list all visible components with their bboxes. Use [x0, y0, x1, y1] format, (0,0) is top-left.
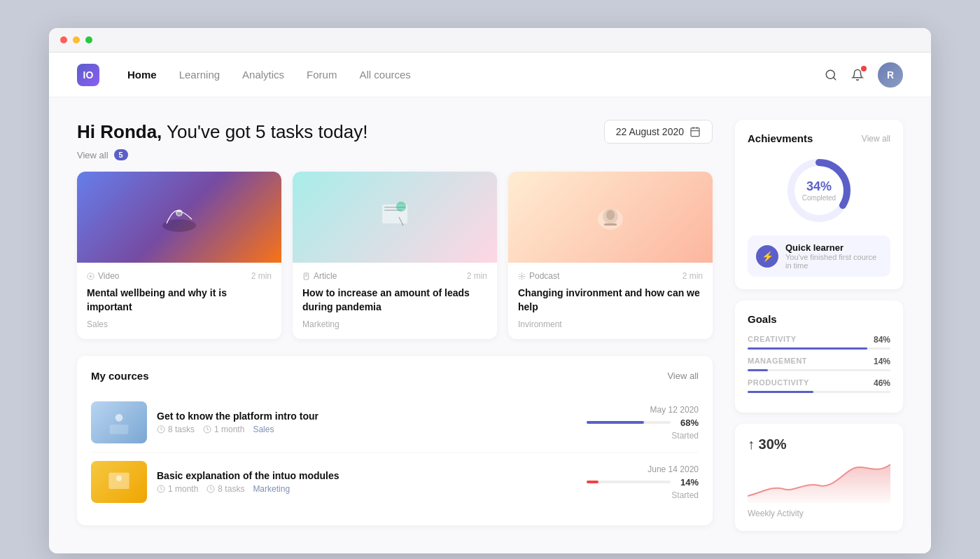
svg-marker-9 [90, 275, 92, 277]
donut-pct: 34% [802, 179, 836, 194]
view-all-link[interactable]: View all [77, 150, 108, 160]
svg-rect-24 [110, 425, 129, 434]
main-content: Hi Ronda, You've got 5 tasks today! 22 A… [49, 97, 931, 553]
cards-grid: Video 2 min Mental wellbeing and why it … [77, 172, 713, 339]
notification-button[interactable] [851, 69, 864, 81]
donut-chart: 34% Completed [784, 156, 854, 226]
goal-creativity-bar-fill [748, 347, 867, 350]
card-2-tag: Marketing [302, 319, 487, 329]
course-2-date: June 14 2020 [587, 464, 699, 474]
badge-description: You've finished first cource in time [785, 253, 882, 270]
goal-productivity-pct: 46% [874, 378, 890, 388]
course-item-2[interactable]: Basic explanation of the intuo modules 1… [91, 453, 699, 511]
goal-management-pct: 14% [874, 357, 890, 366]
course-2-progress-bg [587, 481, 671, 483]
course-thumb-2 [91, 461, 147, 503]
nav-all-courses[interactable]: All cources [359, 66, 410, 83]
activity-section: ↑ 30% Weekly Activity [735, 424, 903, 531]
course-1-status: Started [587, 431, 699, 441]
right-panel: Achievments View all 34% Completed [735, 120, 903, 531]
svg-rect-2 [691, 128, 699, 137]
goal-creativity: CREATIVITY 84% [748, 335, 890, 350]
goal-management-bar-bg [748, 369, 890, 371]
nav-learning[interactable]: Learning [179, 66, 220, 83]
search-button[interactable] [825, 69, 837, 81]
dot-yellow[interactable] [73, 36, 80, 43]
card-3-body: Podcast 2 min Changing invironment and h… [508, 263, 713, 339]
course-2-pct: 14% [676, 477, 699, 488]
navbar: IO Home Learning Analytics Forum All cou… [49, 53, 931, 97]
card-1-time: 2 min [251, 271, 272, 281]
browser-chrome [49, 28, 931, 53]
nav-actions: R [825, 62, 903, 88]
course-1-duration: 1 month [203, 425, 244, 434]
goal-management-name: MANAGEMENT [748, 357, 807, 366]
ach-view-all[interactable]: View all [862, 134, 890, 144]
course-1-progress-row: 68% [587, 417, 699, 428]
logo[interactable]: IO [77, 64, 99, 86]
course-2-tasks: 1 month [157, 484, 198, 494]
goal-productivity: PRODUCTIVITY 46% [748, 378, 890, 393]
course-item-1[interactable]: Get to know the platform intro tour 8 ta… [91, 393, 699, 453]
card-3-title: Changing invironment and how can we help [518, 287, 703, 314]
goal-productivity-bar-fill [748, 391, 813, 393]
goal-productivity-header: PRODUCTIVITY 46% [748, 378, 890, 388]
svg-point-20 [606, 210, 615, 220]
goal-productivity-bar-bg [748, 391, 890, 393]
courses-section-header: My cources View all [91, 370, 699, 382]
course-2-progress-col: June 14 2020 14% Started [587, 464, 699, 500]
card-2-image [293, 172, 497, 263]
date-badge[interactable]: 22 August 2020 [604, 120, 713, 144]
activity-chart [748, 461, 890, 503]
content-left: Hi Ronda, You've got 5 tasks today! 22 A… [77, 120, 713, 531]
card-3-tag: Invironment [518, 319, 703, 329]
course-2-info: Basic explanation of the intuo modules 1… [157, 470, 577, 494]
nav-analytics[interactable]: Analytics [242, 66, 284, 83]
goals-section: Goals CREATIVITY 84% MANAGEMENT 14% [735, 301, 903, 413]
task-count-badge: 5 [114, 149, 128, 160]
courses-view-all[interactable]: View all [667, 371, 699, 381]
card-3-type: Podcast [518, 271, 559, 281]
nav-home[interactable]: Home [127, 66, 157, 83]
nav-forum[interactable]: Forum [307, 66, 337, 83]
goal-creativity-bar-bg [748, 347, 890, 350]
card-1-type: Video [87, 271, 119, 281]
badge-name: Quick learner [785, 242, 882, 253]
card-1-image [77, 172, 281, 263]
course-2-meta: 1 month 8 tasks Marketing [157, 484, 577, 494]
course-2-progress-fill [587, 481, 598, 483]
card-3-image [508, 172, 713, 263]
donut-container: 34% Completed [748, 156, 890, 226]
user-avatar[interactable]: R [878, 62, 903, 88]
svg-rect-21 [604, 223, 617, 226]
my-courses-section: My cources View all Get to know the plat… [77, 356, 713, 525]
course-1-progress-bg [587, 421, 671, 424]
notification-badge [861, 66, 867, 71]
card-1-title: Mental wellbeing and why it is important [87, 287, 272, 314]
svg-point-23 [115, 414, 123, 422]
card-2-type: Article [302, 271, 337, 281]
course-2-name: Basic explanation of the intuo modules [157, 470, 577, 481]
course-1-tag: Sales [253, 425, 274, 434]
badge-icon: ⚡ [756, 245, 778, 268]
card-1[interactable]: Video 2 min Mental wellbeing and why it … [77, 172, 281, 339]
card-3[interactable]: Podcast 2 min Changing invironment and h… [508, 172, 713, 339]
ach-title: Achievments [748, 132, 813, 144]
goal-creativity-pct: 84% [874, 335, 890, 345]
card-1-body: Video 2 min Mental wellbeing and why it … [77, 263, 281, 339]
course-2-progress-row: 14% [587, 477, 699, 488]
dot-red[interactable] [60, 36, 67, 43]
card-1-meta: Video 2 min [87, 271, 272, 281]
badge-info: Quick learner You've finished first cour… [785, 242, 882, 270]
view-all-row: View all 5 [77, 149, 713, 160]
course-thumb-1 [91, 401, 147, 443]
hero-header: Hi Ronda, You've got 5 tasks today! 22 A… [77, 120, 713, 144]
card-2[interactable]: Article 2 min How to increase an amount … [293, 172, 497, 339]
dot-green[interactable] [85, 36, 92, 43]
course-1-meta: 8 tasks 1 month Sales [157, 425, 577, 434]
goal-management-bar-fill [748, 369, 768, 371]
course-1-progress-col: May 12 2020 68% Started [587, 405, 699, 441]
card-1-tag: Sales [87, 319, 272, 329]
course-2-status: Started [587, 490, 699, 500]
browser-window: IO Home Learning Analytics Forum All cou… [49, 28, 931, 553]
